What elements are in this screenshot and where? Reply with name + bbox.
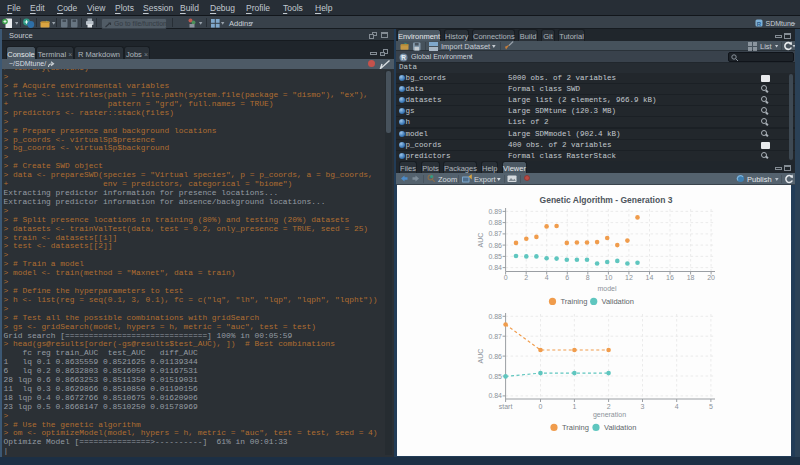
svg-text:Validation: Validation [602,297,634,306]
svg-text:Validation: Validation [604,423,636,432]
svg-text:8: 8 [586,274,590,281]
svg-text:0.84: 0.84 [488,392,502,399]
svg-text:AUC: AUC [477,349,484,364]
svg-text:0.85: 0.85 [488,253,502,260]
svg-text:12: 12 [625,274,633,281]
svg-text:R: R [757,21,762,27]
svg-text:R: R [401,54,406,61]
svg-text:16: 16 [666,274,674,281]
svg-text:0.85: 0.85 [488,373,502,380]
svg-text:6: 6 [565,274,569,281]
svg-text:3: 3 [641,403,645,410]
svg-text:Genetic Algorithm - Generation: Genetic Algorithm - Generation 3 [540,195,673,205]
svg-text:4: 4 [545,274,549,281]
svg-text:5: 5 [709,403,713,410]
svg-text:10: 10 [605,274,613,281]
svg-text:2: 2 [524,274,528,281]
svg-text:0: 0 [504,274,508,281]
svg-text:Training: Training [561,297,588,306]
svg-text:14: 14 [646,274,654,281]
svg-text:generation: generation [593,411,626,419]
svg-text:0: 0 [539,403,543,410]
svg-text:18: 18 [687,274,695,281]
svg-text:0.87: 0.87 [488,230,502,237]
svg-text:0.86: 0.86 [488,353,502,360]
svg-text:1: 1 [572,403,576,410]
svg-text:model: model [597,285,617,292]
svg-text:start: start [499,403,513,410]
svg-text:AUC: AUC [477,233,484,248]
svg-text:0.84: 0.84 [488,264,502,271]
svg-text:4: 4 [675,403,679,410]
svg-text:2: 2 [607,403,611,410]
svg-text:0.88: 0.88 [488,313,502,320]
svg-text:20: 20 [707,274,715,281]
svg-text:0.89: 0.89 [488,208,502,215]
svg-text:Training: Training [562,423,589,432]
svg-text:0.86: 0.86 [488,242,502,249]
svg-text:0.87: 0.87 [488,333,502,340]
svg-text:0.88: 0.88 [488,219,502,226]
